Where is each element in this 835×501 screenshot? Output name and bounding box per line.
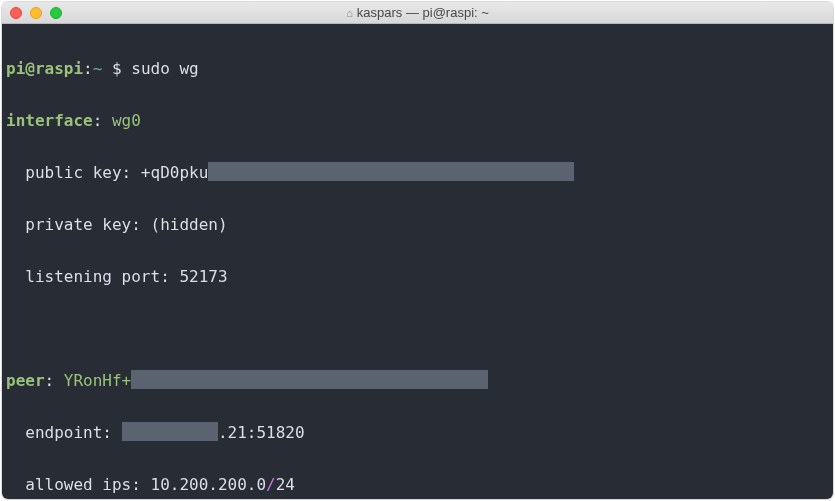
peer-name-redacted — [131, 370, 487, 389]
prompt-dollar: $ — [102, 59, 131, 78]
home-icon: ⌂ — [346, 7, 353, 19]
interface-name: wg0 — [112, 111, 141, 130]
endpoint-suffix: .21:51820 — [218, 423, 305, 442]
titlebar[interactable]: ⌂ kaspars — pi@raspi: ~ — [2, 2, 833, 24]
allowed-ips-suffix: 24 — [276, 475, 295, 494]
listening-port-label: listening port — [25, 267, 160, 286]
private-key-label: private key — [25, 215, 131, 234]
colon: : — [93, 111, 112, 130]
endpoint-line: endpoint: .21:51820 — [6, 420, 829, 446]
terminal-window: ⌂ kaspars — pi@raspi: ~ pi@raspi:~ $ sud… — [2, 2, 833, 499]
peer-line: peer: YRonHf+ — [6, 368, 829, 394]
window-title-wrap: ⌂ kaspars — pi@raspi: ~ — [2, 5, 833, 20]
endpoint-label: endpoint — [25, 423, 102, 442]
public-key-label: public key — [25, 163, 121, 182]
close-icon[interactable] — [10, 7, 22, 19]
public-key-line: public key: +qD0pku — [6, 160, 829, 186]
prompt-line: pi@raspi:~ $ sudo wg — [6, 56, 829, 82]
private-key-line: private key: (hidden) — [6, 212, 829, 238]
public-key-prefix: +qD0pku — [141, 163, 208, 182]
peer-name-prefix: YRonHf+ — [64, 371, 131, 390]
allowed-ips-line: allowed ips: 10.200.200.0/24 — [6, 472, 829, 498]
terminal-output[interactable]: pi@raspi:~ $ sudo wg interface: wg0 publ… — [2, 24, 833, 499]
minimize-icon[interactable] — [30, 7, 42, 19]
listening-port-value: 52173 — [179, 267, 227, 286]
prompt-command: sudo wg — [131, 59, 198, 78]
allowed-ips-prefix: 10.200.200.0 — [151, 475, 267, 494]
prompt-sep: : — [83, 59, 93, 78]
private-key-value: (hidden) — [151, 215, 228, 234]
prompt-userhost: pi@raspi — [6, 59, 83, 78]
allowed-ips-slash: / — [266, 475, 276, 494]
maximize-icon[interactable] — [50, 7, 62, 19]
listening-port-line: listening port: 52173 — [6, 264, 829, 290]
traffic-lights — [10, 7, 62, 19]
window-title: kaspars — pi@raspi: ~ — [357, 5, 489, 20]
blank-line — [6, 316, 829, 342]
peer-label: peer — [6, 371, 45, 390]
prompt-path: ~ — [93, 59, 103, 78]
interface-label: interface — [6, 111, 93, 130]
endpoint-redacted — [122, 422, 218, 441]
interface-line: interface: wg0 — [6, 108, 829, 134]
allowed-ips-label: allowed ips — [25, 475, 131, 494]
public-key-redacted — [208, 162, 574, 181]
